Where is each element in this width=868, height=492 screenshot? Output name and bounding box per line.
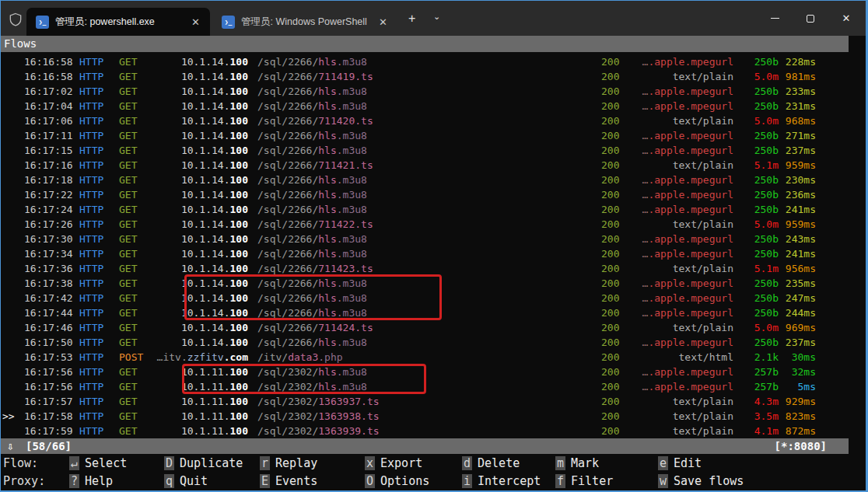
flow-host: 10.1.14.100 — [94, 128, 248, 143]
flow-status-code: 200 — [601, 365, 619, 379]
flow-response-time: 32ms — [780, 365, 816, 379]
flow-row[interactable]: 16:17:57HTTPGET10.1.11.100/sql/2302/1363… — [1, 394, 849, 409]
maximize-button[interactable] — [793, 1, 828, 36]
flow-content-type: ….apple.mpegurl — [621, 291, 733, 305]
flow-path-part: /sql/2266/ — [257, 174, 318, 186]
flow-host-part: 10.1.14. — [181, 307, 230, 319]
flow-path-part: .m3u8 — [337, 292, 367, 304]
flow-time: 16:16:58 — [24, 69, 73, 84]
flow-row[interactable]: 16:17:26HTTPGET10.1.14.100/sql/2266/7114… — [1, 217, 849, 232]
flow-size: 250b — [737, 99, 779, 113]
flow-host-part: 10.1.14. — [181, 337, 230, 348]
help-shortcut: fFilter — [555, 473, 613, 490]
flow-time: 16:17:38 — [24, 276, 73, 291]
flow-content-type: text/plain — [621, 69, 733, 84]
flow-row[interactable]: 16:17:06HTTPGET10.1.14.100/sql/2266/7114… — [1, 113, 849, 128]
minimize-button[interactable] — [757, 1, 793, 36]
flow-host-part: 10.1.14. — [181, 100, 230, 112]
flow-row[interactable]: 16:17:11HTTPGET10.1.14.100/sql/2266/hls.… — [1, 128, 849, 143]
flow-content-type-part: text/plain — [673, 218, 733, 230]
flow-size: 4.1m — [737, 424, 779, 438]
tab-close-icon[interactable]: ✕ — [189, 16, 202, 28]
flow-size: 250b — [737, 187, 779, 202]
flow-row[interactable]: 16:17:59HTTPGET10.1.11.100/sql/2302/1363… — [1, 424, 849, 438]
flow-status-code: 200 — [601, 424, 619, 438]
new-tab-button[interactable]: + — [408, 12, 415, 26]
flow-path: /sql/2302/1363937.ts — [257, 394, 380, 409]
flow-row[interactable]: 16:17:50HTTPGET10.1.14.100/sql/2266/hls.… — [1, 335, 849, 350]
flow-path: /sql/2266/hls.m3u8 — [257, 232, 367, 246]
flow-response-time: 872ms — [780, 424, 816, 438]
flow-content-type: text/plain — [621, 424, 733, 438]
flow-host: 10.1.11.100 — [94, 365, 248, 379]
flow-path-part: .ts — [355, 159, 373, 171]
flow-status-code: 200 — [601, 217, 619, 232]
flow-host-part: 10.1.14. — [181, 322, 230, 333]
flow-row[interactable]: 16:17:36HTTPGET10.1.14.100/sql/2266/7114… — [1, 261, 849, 276]
flow-content-type: ….apple.mpegurl — [621, 54, 733, 69]
flow-path: /sql/2266/hls.m3u8 — [257, 99, 367, 113]
flow-host-part: zzfitv — [187, 351, 224, 363]
flow-response-time: 969ms — [780, 320, 816, 335]
flow-host: 10.1.11.100 — [94, 379, 248, 394]
flow-path: /sql/2266/711420.ts — [257, 113, 373, 128]
flow-response-time: 959ms — [780, 158, 816, 173]
help-shortcut: iIntercept — [462, 473, 541, 490]
flow-host-part: 10.1.14. — [181, 159, 230, 171]
flow-host: 10.1.14.100 — [94, 143, 248, 158]
flow-content-type-part: .apple.mpegurl — [648, 100, 733, 112]
flow-row[interactable]: 16:16:58HTTPGET10.1.14.100/sql/2266/hls.… — [1, 54, 849, 69]
flow-content-type-part: text/plain — [673, 322, 733, 333]
flow-host: 10.1.14.100 — [94, 158, 248, 173]
flow-host: 10.1.14.100 — [94, 69, 248, 84]
flow-response-time: 981ms — [780, 69, 816, 84]
flow-row[interactable]: 16:17:53HTTPPOST…itv.zzfitv.com/itv/data… — [1, 350, 849, 365]
flow-path-part: /sql/2266/ — [257, 337, 318, 348]
flow-row[interactable]: 16:17:56HTTPGET10.1.11.100/sql/2302/hls.… — [1, 379, 849, 394]
flow-row[interactable]: 16:17:02HTTPGET10.1.14.100/sql/2266/hls.… — [1, 84, 849, 99]
flow-status-code: 200 — [601, 409, 619, 424]
shortcut-action: Delete — [472, 456, 520, 470]
flow-row[interactable]: 16:17:30HTTPGET10.1.14.100/sql/2266/hls.… — [1, 232, 849, 246]
shortcut-key: m — [555, 456, 565, 470]
flow-row[interactable]: 16:17:22HTTPGET10.1.14.100/sql/2266/hls.… — [1, 187, 849, 202]
flow-size: 250b — [737, 128, 779, 143]
flow-time: 16:17:44 — [24, 305, 73, 320]
flow-row[interactable]: 16:17:16HTTPGET10.1.14.100/sql/2266/7114… — [1, 158, 849, 173]
flow-row[interactable]: 16:17:42HTTPGET10.1.14.100/sql/2266/hls.… — [1, 291, 849, 305]
flow-time: 16:17:22 — [24, 187, 73, 202]
tab-windows-powershell[interactable]: ❯_ 管理员: Windows PowerShell ✕ — [212, 8, 397, 36]
flow-path-part: /sql/2302/ — [257, 381, 318, 393]
flow-response-time: 235ms — [780, 276, 816, 291]
shortcut-key: ↵ — [69, 456, 79, 470]
flow-path-part: .m3u8 — [337, 85, 367, 97]
flow-path-part: .m3u8 — [337, 337, 367, 348]
flow-status-code: 200 — [601, 350, 619, 365]
flow-time: 16:17:42 — [24, 291, 73, 305]
flow-row[interactable]: 16:17:56HTTPGET10.1.11.100/sql/2302/hls.… — [1, 365, 849, 379]
flow-time: 16:17:18 — [24, 173, 73, 187]
flow-row[interactable]: >>16:17:58HTTPGET10.1.11.100/sql/2302/13… — [1, 409, 849, 424]
flow-path-part: 711424 — [318, 322, 355, 333]
window-controls: ✕ — [757, 1, 864, 36]
flow-row[interactable]: 16:17:34HTTPGET10.1.14.100/sql/2266/hls.… — [1, 246, 849, 261]
help-shortcut: qQuit — [164, 473, 208, 490]
flow-row[interactable]: 16:17:18HTTPGET10.1.14.100/sql/2266/hls.… — [1, 173, 849, 187]
flow-content-type-part: .apple.mpegurl — [648, 277, 733, 289]
flow-row[interactable]: 16:17:04HTTPGET10.1.14.100/sql/2266/hls.… — [1, 99, 849, 113]
flow-row[interactable]: 16:17:24HTTPGET10.1.14.100/sql/2266/hls.… — [1, 202, 849, 217]
flow-row[interactable]: 16:17:38HTTPGET10.1.14.100/sql/2266/hls.… — [1, 276, 849, 291]
flow-row[interactable]: 16:17:46HTTPGET10.1.14.100/sql/2266/7114… — [1, 320, 849, 335]
flow-row[interactable]: 16:16:58HTTPGET10.1.14.100/sql/2266/7114… — [1, 69, 849, 84]
tab-dropdown-icon[interactable]: ⌄ — [433, 12, 440, 22]
flow-status-code: 200 — [601, 335, 619, 350]
flow-row[interactable]: 16:17:44HTTPGET10.1.14.100/sql/2266/hls.… — [1, 305, 849, 320]
flow-host: 10.1.14.100 — [94, 291, 248, 305]
tab-close-icon[interactable]: ✕ — [376, 16, 390, 28]
close-button[interactable]: ✕ — [828, 1, 864, 36]
flow-row[interactable]: 16:17:15HTTPGET10.1.14.100/sql/2266/hls.… — [1, 143, 849, 158]
tab-powershell-exe[interactable]: ❯_ 管理员: powershell.exe ✕ — [26, 8, 210, 36]
flow-path-part: .m3u8 — [337, 381, 367, 393]
shortcut-action: Duplicate — [174, 456, 243, 470]
flow-host: 10.1.14.100 — [94, 276, 248, 291]
